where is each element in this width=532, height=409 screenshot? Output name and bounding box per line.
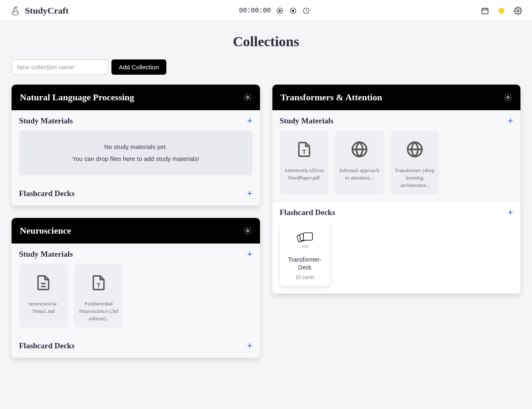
brand[interactable]: StudyCraft xyxy=(10,5,69,16)
material-tile[interactable]: neurociencia-Tema1.md xyxy=(19,264,68,328)
collection-title: Neuroscience xyxy=(20,225,71,236)
svg-point-7 xyxy=(499,8,504,13)
add-collection-row: Add Collection xyxy=(0,59,532,85)
deck-name: Transformer-Deck xyxy=(283,256,327,272)
collection-card-neuro: Neuroscience Study Materials + neurocien… xyxy=(12,218,260,358)
material-name: Informal approach to attention... xyxy=(338,167,381,182)
collection-settings-icon[interactable] xyxy=(244,93,252,102)
collection-header: Natural Language Processing xyxy=(12,85,260,110)
page-title: Collections xyxy=(0,34,532,50)
svg-rect-6 xyxy=(482,8,488,14)
svg-marker-2 xyxy=(279,9,281,12)
materials-dropzone[interactable]: No study materials yet. You can drop fil… xyxy=(19,130,253,175)
material-tile[interactable]: Transformer (deep learning architecture.… xyxy=(390,130,439,194)
svg-point-18 xyxy=(246,230,248,232)
study-materials-section: Study Materials + T AttentionIsAllYouNee… xyxy=(272,110,521,202)
collection-header: Transformers & Attention xyxy=(272,85,521,110)
globe-icon xyxy=(394,138,436,161)
collection-title: Natural Language Processing xyxy=(20,92,134,103)
stop-icon[interactable] xyxy=(289,7,297,15)
svg-line-12 xyxy=(499,8,499,9)
section-title: Flashcard Decks xyxy=(280,208,336,217)
file-text-icon: T xyxy=(283,138,325,161)
material-name: Transformer (deep learning architecture.… xyxy=(394,167,436,189)
new-collection-input[interactable] xyxy=(12,59,108,75)
material-name: Fundamental Neuroscience (3rd edition).. xyxy=(78,300,120,323)
file-doc-icon xyxy=(22,271,64,294)
svg-line-15 xyxy=(504,8,504,9)
section-title: Study Materials xyxy=(19,116,73,125)
study-materials-section: Study Materials + neurociencia-Tema1.md … xyxy=(12,244,260,335)
deck-tile[interactable]: ⌇⌇⌇⌇⌇⌇⌇ Transformer-Deck 10 cards xyxy=(280,222,330,286)
settings-icon[interactable] xyxy=(514,7,522,15)
svg-point-4 xyxy=(292,9,294,12)
collection-settings-icon[interactable] xyxy=(504,93,512,102)
empty-text-1: No study materials yet. xyxy=(27,141,244,153)
material-name: neurociencia-Tema1.md xyxy=(22,300,64,315)
add-material-icon[interactable]: + xyxy=(508,116,513,125)
material-tile[interactable]: T Fundamental Neuroscience (3rd edition)… xyxy=(74,264,123,328)
section-title: Study Materials xyxy=(19,250,73,259)
material-tile[interactable]: T AttentionIsAllYouNeedPaper.pdf xyxy=(280,130,329,194)
flashcard-decks-section: Flashcard Decks + ⌇⌇⌇⌇⌇⌇⌇ Tr xyxy=(272,202,521,293)
add-collection-button[interactable]: Add Collection xyxy=(111,59,166,75)
svg-point-22 xyxy=(507,97,509,99)
flashcards-icon: ⌇⌇⌇⌇⌇⌇⌇ xyxy=(283,229,327,250)
header-actions xyxy=(481,7,522,15)
svg-text:T: T xyxy=(302,149,306,155)
globe-icon xyxy=(338,138,381,161)
svg-line-14 xyxy=(499,12,499,13)
collection-card-transformers: Transformers & Attention Study Materials… xyxy=(272,85,521,293)
add-deck-icon[interactable]: + xyxy=(247,341,253,350)
svg-text:T: T xyxy=(97,282,101,288)
calendar-icon[interactable] xyxy=(481,7,489,15)
section-title: Study Materials xyxy=(280,116,333,125)
file-text-icon: T xyxy=(78,271,120,294)
app-header: StudyCraft 00:00:00 xyxy=(0,0,532,21)
flashcard-decks-section: Flashcard Decks + xyxy=(12,183,260,206)
collections-grid: Natural Language Processing Study Materi… xyxy=(0,85,532,374)
play-icon[interactable] xyxy=(276,7,284,15)
material-name: AttentionIsAllYouNeedPaper.pdf xyxy=(283,167,325,182)
collection-card-nlp: Natural Language Processing Study Materi… xyxy=(12,85,260,206)
clock-icon[interactable] xyxy=(302,7,310,15)
study-materials-section: Study Materials + No study materials yet… xyxy=(12,110,260,183)
material-tile[interactable]: Informal approach to attention... xyxy=(335,130,384,194)
empty-text-2: You can drop files here to add study mat… xyxy=(27,153,244,165)
collection-header: Neuroscience xyxy=(12,218,260,244)
section-title: Flashcard Decks xyxy=(19,341,75,350)
svg-point-16 xyxy=(517,9,519,12)
add-deck-icon[interactable]: + xyxy=(247,189,253,198)
add-deck-icon[interactable]: + xyxy=(508,208,513,217)
deck-scribble: ⌇⌇⌇⌇⌇⌇⌇ xyxy=(301,245,309,248)
brand-name: StudyCraft xyxy=(25,5,69,16)
theme-icon[interactable] xyxy=(497,7,506,15)
svg-line-13 xyxy=(504,12,504,13)
add-material-icon[interactable]: + xyxy=(247,116,253,125)
flashcard-decks-section: Flashcard Decks + xyxy=(12,335,260,358)
add-material-icon[interactable]: + xyxy=(247,250,253,259)
collection-settings-icon[interactable] xyxy=(244,227,252,235)
collection-title: Transformers & Attention xyxy=(281,92,382,103)
timer-group: 00:00:00 xyxy=(239,7,310,15)
svg-point-17 xyxy=(246,97,248,99)
app-logo-icon xyxy=(10,5,21,16)
svg-rect-28 xyxy=(303,233,312,240)
section-title: Flashcard Decks xyxy=(19,189,75,198)
timer-display: 00:00:00 xyxy=(239,7,271,14)
deck-count: 10 cards xyxy=(283,274,327,280)
